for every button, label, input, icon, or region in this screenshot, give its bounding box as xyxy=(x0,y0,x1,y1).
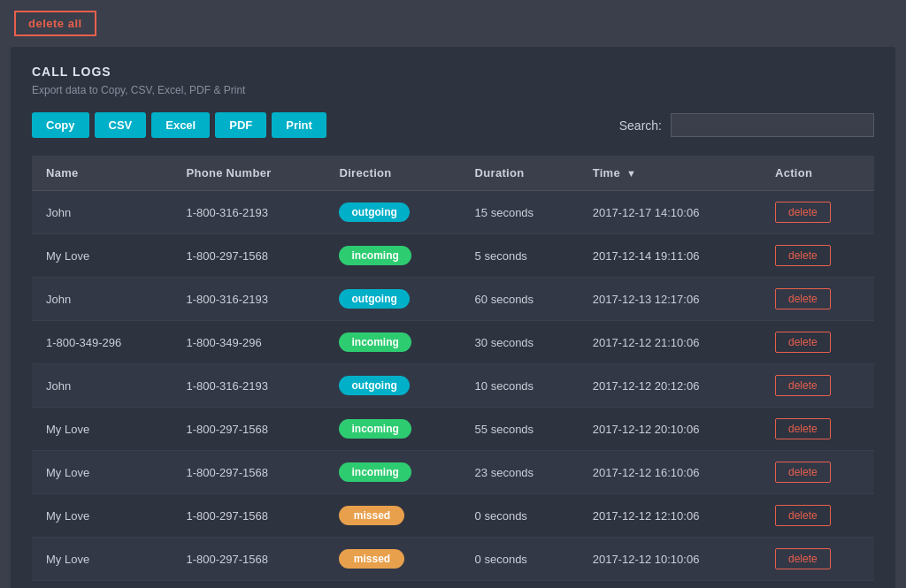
cell-phone: 1-800-297-1568 xyxy=(172,408,325,451)
cell-duration: 15 seconds xyxy=(461,191,579,234)
toolbar: CopyCSVExcelPDFPrint Search: xyxy=(32,112,874,138)
table-row: My Love 1-800-297-1568 missed 0 seconds … xyxy=(32,494,874,538)
delete-row-button[interactable]: delete xyxy=(775,332,831,353)
delete-all-button[interactable]: delete all xyxy=(14,11,96,36)
cell-name: John xyxy=(32,191,172,234)
cell-phone: 1-800-316-2193 xyxy=(172,364,325,408)
cell-duration: 0 seconds xyxy=(461,538,579,581)
col-name: Name xyxy=(32,156,172,191)
cell-phone: 1-800-316-2193 xyxy=(172,278,325,321)
cell-time: 2017-12-12 10:10:06 xyxy=(579,538,761,581)
cell-duration: 60 seconds xyxy=(461,278,579,321)
cell-name: My Love xyxy=(32,408,172,451)
delete-row-button[interactable]: delete xyxy=(775,505,831,526)
delete-row-button[interactable]: delete xyxy=(775,418,831,439)
direction-badge: missed xyxy=(339,549,404,569)
export-print-button[interactable]: Print xyxy=(272,112,326,138)
cell-phone: 1-800-297-1568 xyxy=(172,234,325,278)
table-row: My Love 1-800-297-1568 incoming 23 secon… xyxy=(32,451,874,494)
search-area: Search: xyxy=(619,113,874,137)
delete-row-button[interactable]: delete xyxy=(775,548,831,569)
cell-time: 2017-12-12 21:10:06 xyxy=(579,321,761,364)
cell-duration: 5 seconds xyxy=(461,234,579,278)
cell-duration: 55 seconds xyxy=(461,408,579,451)
cell-name: My Love xyxy=(32,451,172,494)
direction-badge: missed xyxy=(339,506,404,525)
col-phone: Phone Number xyxy=(172,156,325,191)
cell-phone: 1-800-297-1568 xyxy=(172,451,325,494)
cell-name: My Love xyxy=(32,538,172,581)
cell-direction: missed xyxy=(325,538,460,581)
cell-duration: 10 seconds xyxy=(461,364,579,408)
cell-action: delete xyxy=(761,278,874,321)
col-time[interactable]: Time ▼ xyxy=(579,156,761,191)
direction-badge: incoming xyxy=(339,246,411,265)
export-buttons: CopyCSVExcelPDFPrint xyxy=(32,112,326,138)
table-row: My Love 1-800-297-1568 missed 0 seconds … xyxy=(32,538,874,581)
cell-duration: 23 seconds xyxy=(461,451,579,494)
cell-name: John xyxy=(32,364,172,408)
search-input[interactable] xyxy=(671,113,874,137)
table-row: My Love 1-800-297-1568 incoming 5 second… xyxy=(32,234,874,278)
delete-row-button[interactable]: delete xyxy=(775,462,831,483)
table-row: John 1-800-316-2193 outgoing 60 seconds … xyxy=(32,278,874,321)
table-row: 1-800-349-296 1-800-349-296 incoming 30 … xyxy=(32,321,874,364)
cell-direction: incoming xyxy=(325,234,460,278)
cell-direction: outgoing xyxy=(325,278,460,321)
cell-direction: incoming xyxy=(325,451,460,494)
cell-name: My Love xyxy=(32,234,172,278)
cell-action: delete xyxy=(761,191,874,234)
cell-phone: 1-800-349-296 xyxy=(172,321,325,364)
sort-icon: ▼ xyxy=(626,168,636,179)
table-row: My Love 1-800-297-1568 incoming 55 secon… xyxy=(32,408,874,451)
col-direction: Direction xyxy=(325,156,460,191)
cell-action: delete xyxy=(761,321,874,364)
table-row: John 1-800-316-2193 outgoing 15 seconds … xyxy=(32,191,874,234)
cell-duration: 0 seconds xyxy=(461,494,579,538)
direction-badge: incoming xyxy=(339,462,411,482)
section-subtitle: Export data to Copy, CSV, Excel, PDF & P… xyxy=(32,84,874,96)
col-duration: Duration xyxy=(461,156,579,191)
delete-row-button[interactable]: delete xyxy=(775,202,831,223)
cell-direction: missed xyxy=(325,494,460,538)
delete-row-button[interactable]: delete xyxy=(775,375,831,396)
export-excel-button[interactable]: Excel xyxy=(151,112,210,138)
cell-phone: 1-800-316-2193 xyxy=(172,191,325,234)
direction-badge: outgoing xyxy=(339,289,409,309)
export-pdf-button[interactable]: PDF xyxy=(215,112,266,138)
cell-action: delete xyxy=(761,494,874,538)
direction-badge: incoming xyxy=(339,419,411,439)
cell-action: delete xyxy=(761,408,874,451)
search-label: Search: xyxy=(619,118,662,133)
cell-action: delete xyxy=(761,451,874,494)
cell-name: My Love xyxy=(32,494,172,538)
cell-time: 2017-12-12 20:10:06 xyxy=(579,408,761,451)
table-row: John 1-800-316-2193 outgoing 10 seconds … xyxy=(32,364,874,408)
direction-badge: incoming xyxy=(339,332,411,352)
direction-badge: outgoing xyxy=(339,376,409,395)
table-header-row: Name Phone Number Direction Duration Tim… xyxy=(32,156,874,191)
col-action: Action xyxy=(761,156,874,191)
cell-time: 2017-12-12 20:12:06 xyxy=(579,364,761,408)
cell-time: 2017-12-14 19:11:06 xyxy=(579,234,761,278)
cell-time: 2017-12-12 16:10:06 xyxy=(579,451,761,494)
cell-phone: 1-800-297-1568 xyxy=(172,494,325,538)
call-logs-table: Name Phone Number Direction Duration Tim… xyxy=(32,156,874,581)
cell-direction: incoming xyxy=(325,408,460,451)
cell-action: delete xyxy=(761,234,874,278)
cell-time: 2017-12-12 12:10:06 xyxy=(579,494,761,538)
cell-direction: outgoing xyxy=(325,191,460,234)
delete-row-button[interactable]: delete xyxy=(775,288,831,309)
cell-direction: outgoing xyxy=(325,364,460,408)
export-csv-button[interactable]: CSV xyxy=(95,112,147,138)
delete-row-button[interactable]: delete xyxy=(775,245,831,266)
cell-action: delete xyxy=(761,364,874,408)
section-title: CALL LOGS xyxy=(32,65,874,79)
export-copy-button[interactable]: Copy xyxy=(32,112,89,138)
cell-action: delete xyxy=(761,538,874,581)
cell-time: 2017-12-17 14:10:06 xyxy=(579,191,761,234)
direction-badge: outgoing xyxy=(339,202,409,222)
cell-direction: incoming xyxy=(325,321,460,364)
cell-name: 1-800-349-296 xyxy=(32,321,172,364)
cell-time: 2017-12-13 12:17:06 xyxy=(579,278,761,321)
